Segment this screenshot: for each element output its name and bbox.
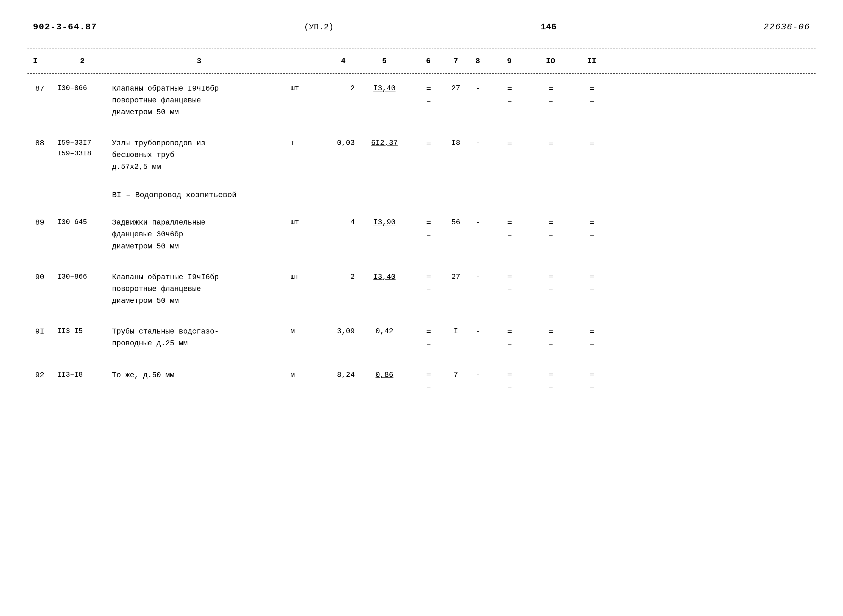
row-col7: 56 — [445, 216, 467, 229]
section-header-text: BI – Водопровод хозпитьевой — [110, 188, 412, 202]
row-col9: =– — [489, 136, 530, 163]
row-desc: Клапаны обратные I9чI6бр поворотные флан… — [110, 270, 288, 308]
row-num: 9I — [33, 325, 55, 339]
row-col11: =– — [571, 368, 612, 395]
row-code: II3–I8 — [55, 368, 110, 381]
col-header-5: 5 — [357, 55, 412, 67]
col-header-3: 3 — [110, 55, 288, 67]
col-header-1: I — [33, 55, 55, 67]
row-unit: т — [288, 136, 329, 149]
row-col7: I8 — [445, 136, 467, 150]
row-num: 88 — [33, 136, 55, 150]
row-col7: 7 — [445, 368, 467, 382]
row-code: II3–I5 — [55, 325, 110, 338]
col-header-8: 8 — [467, 55, 489, 67]
page-number: 146 — [540, 22, 557, 32]
row-desc: Узлы трубопроводов из бесшовных труб д.5… — [110, 136, 288, 174]
row-col8: - — [467, 216, 489, 229]
row-qty: 3,09 — [329, 325, 357, 338]
row-col9: =– — [489, 270, 530, 297]
row-col11: =– — [571, 325, 612, 352]
page-header: 902-3-64.87 (УП.2) 146 22636-06 — [28, 22, 815, 32]
table-row: 89 I30–645 Задвижки параллельные фданцев… — [33, 208, 810, 262]
table-body: 87 I30–866 Клапаны обратные I9чI6бр пово… — [28, 73, 815, 404]
row-col8: - — [467, 368, 489, 382]
row-col10: =– — [530, 368, 571, 395]
row-desc: Трубы стальные водсгазо- проводные д.25 … — [110, 325, 288, 351]
row-unit: шт — [288, 82, 329, 95]
col-header-3b — [288, 55, 329, 67]
row-col10: =– — [530, 216, 571, 243]
row-code: I30–866 — [55, 270, 110, 283]
row-price: 0,42 — [357, 325, 412, 338]
row-col8: - — [467, 82, 489, 95]
col-header-2: 2 — [55, 55, 110, 67]
row-col9: =– — [489, 368, 530, 395]
row-col6: =– — [412, 136, 445, 163]
doc-ref: 22636-06 — [764, 22, 810, 32]
row-desc: Задвижки параллельные фданцевые 30ч6бр д… — [110, 216, 288, 254]
col-header-4: 4 — [329, 55, 357, 67]
table-row: 92 II3–I8 То же, д.50 мм м 8,24 0,86 =– … — [33, 360, 810, 404]
row-col6: =– — [412, 270, 445, 297]
row-col10: =– — [530, 136, 571, 163]
col-header-7: 7 — [445, 55, 467, 67]
row-num: 87 — [33, 82, 55, 95]
doc-type: (УП.2) — [304, 22, 333, 32]
row-col7: 27 — [445, 270, 467, 284]
row-qty: 2 — [329, 270, 357, 284]
row-desc: Клапаны обратные I9чI6бр поворотные флан… — [110, 82, 288, 120]
row-col9: =– — [489, 325, 530, 352]
table-row: 87 I30–866 Клапаны обратные I9чI6бр пово… — [33, 73, 810, 128]
row-qty: 0,03 — [329, 136, 357, 150]
row-col10: =– — [530, 325, 571, 352]
row-col11: =– — [571, 136, 612, 163]
row-col8: - — [467, 136, 489, 150]
row-unit: м — [288, 325, 329, 338]
row-col10: =– — [530, 270, 571, 297]
row-col6: =– — [412, 216, 445, 243]
row-unit: шт — [288, 216, 329, 229]
row-col7: I — [445, 325, 467, 338]
doc-number: 902-3-64.87 — [33, 22, 97, 32]
table-row: 88 I59–33I7I59–33I8 Узлы трубопроводов и… — [33, 128, 810, 183]
row-desc: То же, д.50 мм — [110, 368, 288, 383]
row-col8: - — [467, 325, 489, 338]
row-price: I3,90 — [357, 216, 412, 229]
row-code: I30–645 — [55, 216, 110, 229]
col-header-9: 9 — [489, 55, 530, 67]
row-col11: =– — [571, 82, 612, 109]
section-header: BI – Водопровод хозпитьевой — [33, 183, 810, 208]
row-col9: =– — [489, 216, 530, 243]
row-col10: =– — [530, 82, 571, 109]
row-num: 89 — [33, 216, 55, 229]
row-unit: шт — [288, 270, 329, 283]
col-header-10: IO — [530, 55, 571, 67]
table-row: 9I II3–I5 Трубы стальные водсгазо- прово… — [33, 317, 810, 360]
row-col11: =– — [571, 216, 612, 243]
row-col6: =– — [412, 368, 445, 395]
row-col7: 27 — [445, 82, 467, 95]
row-price: I3,40 — [357, 82, 412, 95]
row-col6: =– — [412, 325, 445, 352]
row-code: I30–866 — [55, 82, 110, 95]
row-col11: =– — [571, 270, 612, 297]
row-col8: - — [467, 270, 489, 284]
row-col9: =– — [489, 82, 530, 109]
row-qty: 8,24 — [329, 368, 357, 382]
row-unit: м — [288, 368, 329, 381]
row-qty: 4 — [329, 216, 357, 229]
row-col6: =– — [412, 82, 445, 109]
row-code: I59–33I7I59–33I8 — [55, 136, 110, 160]
row-price: 0,86 — [357, 368, 412, 382]
row-price: 6I2,37 — [357, 136, 412, 150]
row-num: 90 — [33, 270, 55, 284]
col-header-11: II — [571, 55, 612, 67]
row-price: I3,40 — [357, 270, 412, 284]
col-header-6: 6 — [412, 55, 445, 67]
row-qty: 2 — [329, 82, 357, 95]
row-num: 92 — [33, 368, 55, 382]
table-row: 90 I30–866 Клапаны обратные I9чI6бр пово… — [33, 262, 810, 317]
column-headers: I 2 3 4 5 6 7 8 9 IO II — [28, 48, 815, 73]
